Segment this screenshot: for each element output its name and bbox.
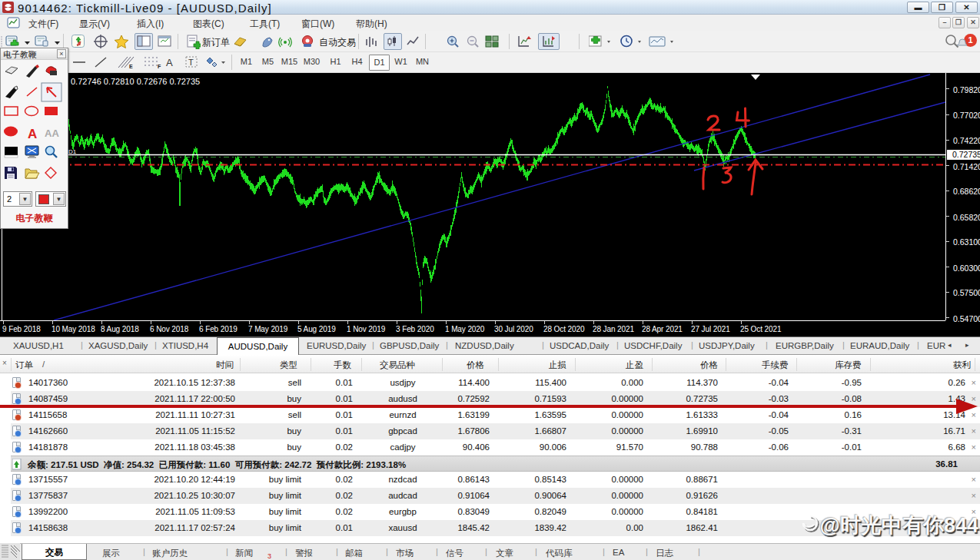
svg-text:E: E	[129, 64, 133, 69]
svg-text:AA: AA	[45, 128, 59, 139]
svg-text:0.72746 0.72810 0.72676 0.7273: 0.72746 0.72810 0.72676 0.72735	[71, 77, 200, 86]
svg-text:F: F	[158, 64, 161, 69]
svg-text:A: A	[28, 127, 37, 141]
svg-text:T: T	[188, 58, 194, 67]
svg-text:D1: D1	[68, 148, 77, 155]
